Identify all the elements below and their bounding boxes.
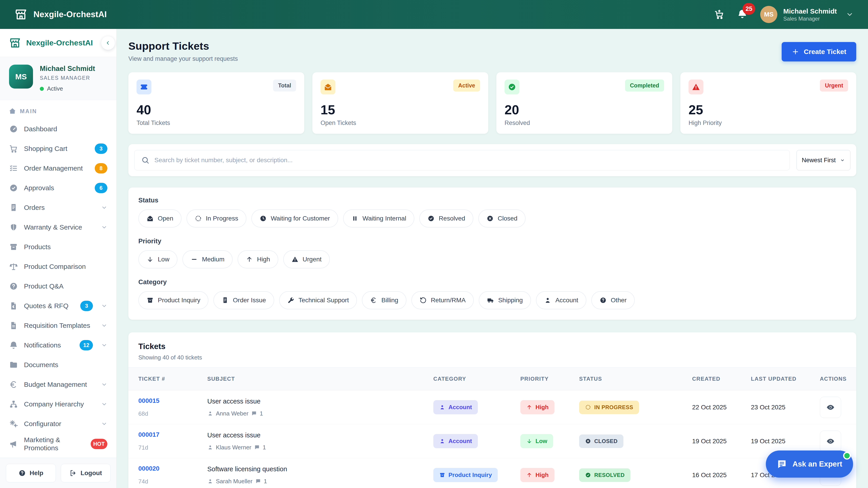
person-icon [207, 411, 213, 416]
logout-icon [69, 469, 77, 477]
count-badge: 3 [95, 143, 107, 154]
sidebar-item-order-management[interactable]: Order Management8 [3, 158, 114, 178]
category-badge: Product Inquiry [433, 468, 498, 482]
stat-label: Total Tickets [136, 120, 296, 127]
stat-card-total-tickets: Total40Total Tickets [128, 72, 304, 134]
priority-chip-low[interactable]: Low [138, 250, 178, 268]
wrench-icon [287, 297, 294, 304]
count-badge: 6 [95, 183, 107, 193]
status-chip-waiting-internal[interactable]: Waiting Internal [343, 209, 414, 228]
sidebar-item-dashboard[interactable]: Dashboard [3, 119, 114, 139]
chip-label: Account [555, 297, 578, 304]
chevron-down-icon [101, 381, 107, 388]
tickets-title: Tickets [138, 342, 846, 351]
logout-button[interactable]: Logout [61, 464, 111, 482]
ticket-number-link[interactable]: 000020 [138, 465, 207, 472]
ticket-number-link[interactable]: 000017 [138, 431, 207, 438]
chip-label: Resolved [439, 215, 465, 222]
sidebar-item-requisition-templates[interactable]: Requisition Templates [3, 316, 114, 335]
sidebar-item-shopping-cart[interactable]: Shopping Cart3 [3, 139, 114, 158]
ticket-number-link[interactable]: 000015 [138, 397, 207, 404]
plus-icon [792, 48, 799, 56]
sort-select[interactable]: Newest First [797, 150, 850, 170]
status-chip-open[interactable]: Open [138, 209, 182, 228]
eye-icon [826, 437, 835, 446]
sidebar-logo-text: Nexgile-OrchestAI [26, 38, 93, 47]
stat-badge: Completed [625, 79, 664, 92]
chevron-down-icon [101, 224, 107, 230]
sidebar-item-label: Warranty & Service [24, 223, 93, 231]
gears-icon [9, 419, 18, 428]
ticket-person: Anna Weber [216, 410, 248, 417]
cart-plus-icon[interactable] [714, 9, 724, 20]
bell-icon [9, 341, 18, 350]
sidebar-item-marketing-promotions[interactable]: Marketing & PromotionsHOT [3, 433, 114, 454]
chip-label: Other [611, 297, 627, 304]
top-bar: Nexgile-OrchestAI 25 MS Michael Schmidt … [0, 0, 868, 29]
priority-chip-urgent[interactable]: Urgent [283, 250, 330, 268]
count-badge: 3 [80, 301, 93, 311]
priority-badge: High [520, 400, 555, 414]
category-chip-account[interactable]: Account [536, 291, 586, 309]
sidebar-item-documents[interactable]: Documents [3, 355, 114, 375]
search-input[interactable] [154, 157, 783, 164]
mail-open-icon [147, 215, 154, 222]
column-header-subject: SUBJECT [207, 376, 433, 382]
chevron-left-icon [105, 40, 111, 46]
created-date: 16 Oct 2025 [692, 471, 751, 479]
chat-bubble-icon [777, 459, 787, 469]
dashboard-icon [9, 125, 18, 133]
person-icon [544, 297, 551, 304]
sidebar-item-warranty-service[interactable]: Warranty & Service [3, 217, 114, 237]
tickets-showing: Showing 40 of 40 tickets [138, 354, 846, 361]
spinner-icon [195, 215, 202, 222]
status-chip-closed[interactable]: Closed [478, 209, 526, 228]
user-menu[interactable]: MS Michael Schmidt Sales Manager [760, 6, 854, 23]
ask-expert-button[interactable]: Ask an Expert [766, 451, 853, 478]
priority-chip-high[interactable]: High [238, 250, 278, 268]
comment-count: 1 [263, 444, 266, 451]
chip-label: Low [158, 256, 169, 263]
chip-label: Shipping [498, 297, 523, 304]
sidebar-item-notifications[interactable]: Notifications12 [3, 335, 114, 355]
priority-chip-medium[interactable]: Medium [182, 250, 232, 268]
sidebar-item-budget-management[interactable]: Budget Management [3, 375, 114, 394]
create-ticket-button[interactable]: Create Ticket [782, 42, 856, 61]
category-chip-product-inquiry[interactable]: Product Inquiry [138, 291, 209, 309]
sidebar-user-name: Michael Schmidt [40, 65, 95, 73]
sidebar-item-label: Shopping Cart [24, 144, 89, 153]
category-chip-shipping[interactable]: Shipping [479, 291, 531, 309]
help-button[interactable]: Help [6, 464, 56, 482]
category-chip-order-issue[interactable]: Order Issue [213, 291, 274, 309]
category-chip-return-rma[interactable]: Return/RMA [411, 291, 474, 309]
check-circle-icon [508, 83, 516, 91]
sidebar-collapse-button[interactable] [101, 36, 115, 50]
sidebar-item-product-q-a[interactable]: Product Q&A [3, 276, 114, 296]
storefront-icon [9, 37, 21, 49]
sidebar-item-orders[interactable]: Orders [3, 198, 114, 217]
view-ticket-button[interactable] [820, 431, 841, 452]
count-badge: HOT [91, 439, 107, 449]
view-ticket-button[interactable] [820, 397, 841, 418]
stat-value: 20 [504, 102, 664, 117]
question-circle-icon [599, 297, 607, 304]
category-chip-other[interactable]: Other [591, 291, 635, 309]
column-header-last-updated: LAST UPDATED [751, 376, 820, 382]
category-chip-billing[interactable]: Billing [362, 291, 406, 309]
sidebar-item-quotes-rfq[interactable]: Quotes & RFQ3 [3, 296, 114, 316]
sidebar-item-company-hierarchy[interactable]: Company Hierarchy [3, 394, 114, 414]
count-badge: 12 [80, 340, 93, 350]
priority-badge: High [520, 468, 555, 482]
sidebar-item-product-comparison[interactable]: Product Comparison [3, 257, 114, 276]
chip-label: Order Issue [233, 297, 266, 304]
status-chip-resolved[interactable]: Resolved [419, 209, 473, 228]
arrow-up-icon [526, 404, 532, 410]
category-chip-technical-support[interactable]: Technical Support [279, 291, 357, 309]
ticket-icon [140, 83, 148, 91]
status-chip-in-progress[interactable]: In Progress [186, 209, 246, 228]
sidebar-item-products[interactable]: Products [3, 237, 114, 257]
sidebar-item-approvals[interactable]: Approvals6 [3, 178, 114, 198]
status-chip-waiting-for-customer[interactable]: Waiting for Customer [251, 209, 338, 228]
sidebar-item-configurator[interactable]: Configurator [3, 414, 114, 433]
chevron-down-icon [846, 11, 854, 18]
